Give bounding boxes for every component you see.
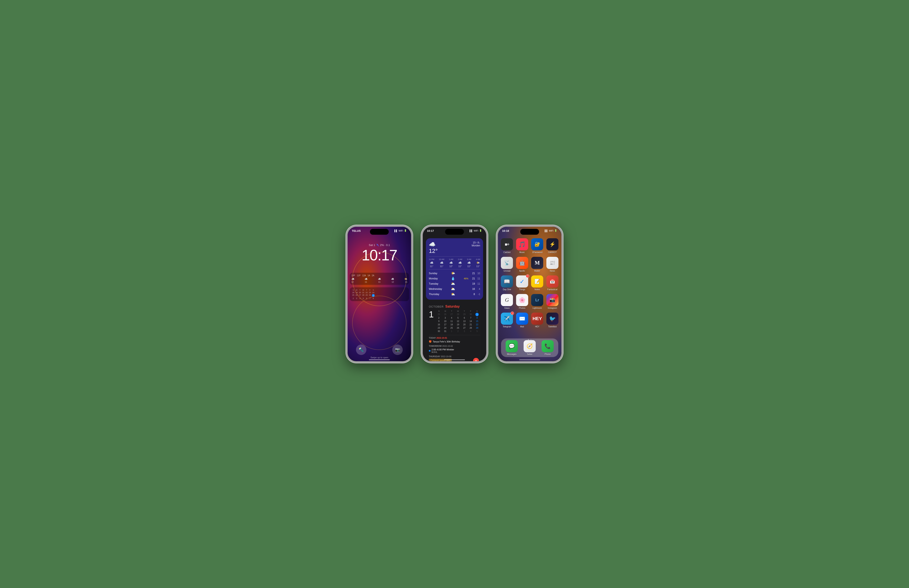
weather-cloud-icon: ☁️ — [429, 241, 438, 248]
event-mjhl: 2:00–6:00 PM WinklerMJHL — [429, 348, 480, 354]
dynamic-island-1 — [370, 229, 389, 235]
signal-2: ▌▌ — [470, 229, 473, 232]
cal-dow-row: SMTWTFS — [436, 310, 480, 312]
weather-hi-lo: 15↑ 8↓ — [471, 241, 480, 244]
app-label-photos: Photos — [519, 307, 525, 309]
app-carrot[interactable]: ⚡ CARROT — [546, 238, 559, 254]
app-calcbot[interactable]: ■÷ Calcbot — [501, 238, 513, 254]
app-grid: ■÷ Calcbot 🎵 Music 🔐 1Password ⚡ CARROT — [501, 238, 559, 328]
app-label-matter: Matter — [534, 270, 540, 272]
app-label-things: Things — [519, 288, 525, 291]
app-label-notes: Notes — [534, 288, 540, 291]
app-apollo[interactable]: 🤖 Apollo — [516, 257, 529, 272]
app-unread[interactable]: 📡 Unread — [501, 257, 513, 272]
home-screen-bg: 10:18 ▌▌ WiFi 🔋 ■÷ Calcbot 🎵 Music — [498, 227, 561, 361]
telegram-badge: 1 — [511, 312, 514, 315]
things-badge: 7 — [526, 275, 529, 278]
app-1password[interactable]: 🔐 1Password — [531, 238, 544, 254]
dock-label-phone: Phone — [545, 353, 551, 355]
app-fantastical[interactable]: 📅 Fantastical — [546, 275, 559, 291]
app-label-news: News — [550, 270, 555, 272]
app-glass[interactable]: G Glass — [501, 294, 513, 309]
weather-widget[interactable]: ☁️ 12° 15↑ 8↓ Morden 11 PM ☁️ 11° — [426, 238, 483, 300]
cal-dayname: Saturday — [445, 305, 460, 309]
app-things[interactable]: ✓7 Things — [516, 275, 529, 291]
event-group-thursday: THURSDAY 2022-10-06 — [429, 355, 480, 358]
weather-location: Morden — [471, 244, 480, 247]
signal-3: ▌▌ — [545, 229, 548, 232]
home-indicator-2 — [444, 359, 465, 360]
calendar-widget[interactable]: OCTOBER Saturday 1 SMTWTFS 252627282930 … — [426, 302, 483, 361]
weather-daily: Sunday 🌤️ 21 10 Monday 💧 46% 21 11 — [429, 269, 480, 297]
dock-label-messages: Messages — [507, 353, 517, 355]
battery-icon: 🔋 — [404, 229, 407, 232]
app-label-apollo: Apollo — [519, 270, 525, 272]
event-birthday: 🎁 Tanya Fehr's 30th Birthday — [429, 340, 480, 343]
home-indicator-1 — [369, 359, 390, 360]
phone-1: TELUS ▌▌ WiFi 🔋 Sat 1 🌂 2% · 0.1 10:17 1… — [346, 225, 413, 363]
wifi-2: WiFi — [474, 229, 478, 232]
app-label-music: Music — [520, 251, 525, 254]
dock-phone[interactable]: 📞 Phone — [542, 340, 554, 355]
app-instagram[interactable]: 📸 Instagram — [546, 294, 559, 309]
app-news[interactable]: 📰 News — [546, 257, 559, 272]
app-dock: 💬 Messages 🧭 Safari 📞 Phone — [501, 338, 558, 357]
app-label-dayone: Day One — [503, 288, 511, 291]
app-label-carrot: CARROT — [548, 251, 557, 254]
battery-2: 🔋 — [479, 229, 482, 232]
app-music[interactable]: 🎵 Music — [516, 238, 529, 254]
app-label-calcbot: Calcbot — [503, 251, 510, 254]
wifi-3: WiFi — [549, 229, 554, 232]
app-label-telegram: Telegram — [503, 326, 511, 328]
app-label-instagram: Instagram — [548, 307, 557, 309]
flashlight-button[interactable]: 🔦 — [356, 344, 367, 355]
status-icons-2: ▌▌ WiFi 🔋 — [470, 229, 482, 232]
status-icons-1: ▌▌ WiFi 🔋 — [394, 229, 407, 232]
widget-screen-bg: 10:17 ▌▌ WiFi 🔋 ☁️ 12° 15↑ 8↓ Morden — [423, 227, 486, 361]
app-telegram[interactable]: ✈️1 Telegram — [501, 313, 513, 328]
phone-3: 10:18 ▌▌ WiFi 🔋 ■÷ Calcbot 🎵 Music — [496, 225, 563, 363]
app-label-fantastical: Fantastical — [547, 288, 557, 291]
cal-big-num: 1 — [429, 310, 434, 319]
app-label-mail: Mail — [520, 326, 524, 328]
dock-label-safari: Safari — [527, 353, 532, 355]
app-notes[interactable]: 📝 Notes — [531, 275, 544, 291]
signal-icon: ▌▌ — [394, 229, 398, 232]
dock-safari[interactable]: 🧭 Safari — [524, 340, 536, 355]
weather-temp: 12° — [429, 248, 438, 254]
lock-screen-bg: TELUS ▌▌ WiFi 🔋 Sat 1 🌂 2% · 0.1 10:17 1… — [348, 227, 411, 361]
cal-month: OCTOBER — [429, 305, 444, 308]
app-matter[interactable]: M Matter — [531, 257, 544, 272]
cal-dates-grid: 252627282930 1 2345678 9101112131415 161… — [436, 313, 480, 333]
app-mail[interactable]: ✉️ Mail — [516, 313, 529, 328]
swipe-up-label: Swipe up to open — [348, 356, 411, 359]
app-label-1password: 1Password — [532, 251, 542, 254]
home-indicator-3 — [519, 359, 540, 360]
time-3: 10:18 — [502, 229, 509, 233]
app-lightroom[interactable]: Lr Lightroom — [531, 294, 544, 309]
app-label-glass: Glass — [504, 307, 510, 309]
cal-events: TODAY 2022-10-01 🎁 Tanya Fehr's 30th Bir… — [429, 335, 480, 361]
lock-date: Sat 1 🌂 2% · 0.1 — [348, 244, 411, 247]
carrier-1: TELUS — [352, 229, 361, 233]
dynamic-island-3 — [520, 229, 539, 235]
camera-button[interactable]: 📷 — [392, 344, 403, 355]
wifi-icon: WiFi — [399, 229, 403, 232]
dock-messages[interactable]: 💬 Messages — [505, 340, 518, 355]
dynamic-island-2 — [445, 229, 464, 235]
app-label-unread: Unread — [504, 270, 510, 272]
lock-bottom-controls: 🔦 📷 — [348, 344, 411, 355]
status-icons-3: ▌▌ WiFi 🔋 — [545, 229, 557, 232]
time-2: 10:17 — [427, 229, 434, 233]
lock-circle-bottom — [352, 296, 407, 350]
app-label-lightroom: Lightroom — [533, 307, 542, 309]
app-dayone[interactable]: 📖 Day One — [501, 275, 513, 291]
app-photos[interactable]: 🌸 Photos — [516, 294, 529, 309]
event-group-tomorrow: TOMORROW 2022-10-02 — [429, 345, 480, 347]
app-hey[interactable]: HEY HEY — [531, 313, 544, 328]
event-group-today: TODAY 2022-10-01 — [429, 337, 480, 339]
app-tweetbot[interactable]: 🐦 Tweetbot — [546, 313, 559, 328]
app-label-tweetbot: Tweetbot — [548, 326, 557, 328]
phone-2: 10:17 ▌▌ WiFi 🔋 ☁️ 12° 15↑ 8↓ Morden — [421, 225, 488, 363]
battery-3: 🔋 — [554, 229, 557, 232]
